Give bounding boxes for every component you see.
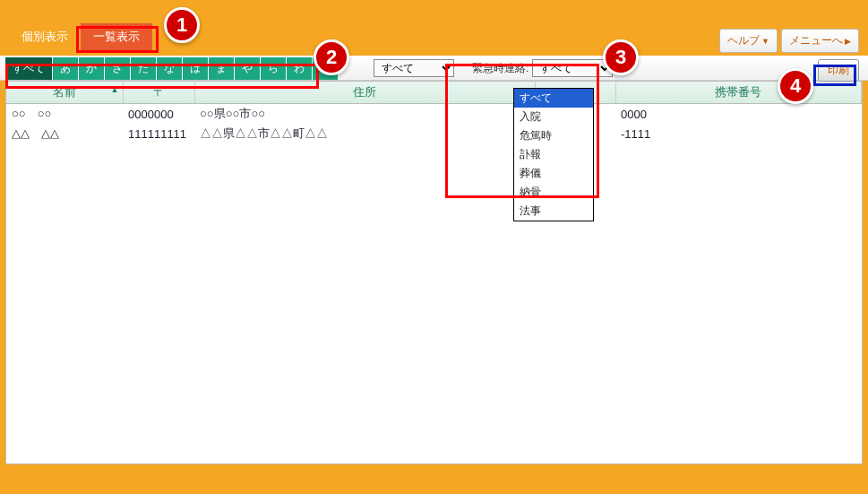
kana-tab-ya[interactable]: や [235,57,261,80]
cell-name: ○○ ○○ [6,104,123,125]
cell-postal: 0000000 [123,104,194,125]
kana-tab-sa[interactable]: さ [105,57,131,80]
menu-label: メニューへ [789,33,843,48]
kana-tab-a[interactable]: あ [53,57,79,80]
emergency-label: 緊急時連絡: [472,61,529,76]
marker-3: 3 [603,39,639,75]
cell-mobile: -1111 [615,124,862,143]
marker-4: 4 [778,68,813,104]
kana-tab-ma[interactable]: ま [209,57,235,80]
help-button[interactable]: ヘルプ ▼ [719,29,778,53]
col-mobile[interactable]: 携帯番号 [615,82,862,104]
table-row[interactable]: ○○ ○○ 0000000 ○○県○○市○○ 0000 [6,104,862,125]
column-headers: 名前 ▲ 〒 住所 携帯番号 [6,82,862,104]
dropdown-option[interactable]: 納骨 [514,183,593,202]
menu-button[interactable]: メニューへ ▶ [781,29,859,53]
marker-1: 1 [164,7,200,43]
chevron-right-icon: ▶ [845,37,851,46]
print-button[interactable]: 印刷 [818,59,859,82]
dropdown-option[interactable]: 葬儀 [514,164,593,183]
help-label: ヘルプ [727,33,760,48]
kana-tab-ra[interactable]: ら [261,57,287,80]
kana-tab-wa[interactable]: わ [287,57,313,80]
tab-list[interactable]: 一覧表示 [81,23,152,50]
emergency-dropdown-list: すべて 入院 危篤時 訃報 葬儀 納骨 法事 [513,88,594,221]
chevron-down-icon: ▼ [761,37,769,46]
marker-2: 2 [314,39,349,75]
cell-address: △△県△△市△△町△△ [194,124,535,143]
filter-strip: すべて あ か さ た な は ま や ら わ 他 すべて 緊急時連絡: すべて… [0,56,868,81]
kana-tab-na[interactable]: な [157,57,183,80]
cell-address: ○○県○○市○○ [194,104,535,125]
cell-mobile: 0000 [615,104,862,125]
footer-bar [0,467,868,494]
col-address[interactable]: 住所 [194,82,535,104]
sort-asc-icon: ▲ [111,85,119,94]
data-table: 名前 ▲ 〒 住所 携帯番号 ○○ ○○ 0000000 ○○県○○市○○ 00… [6,82,862,143]
dropdown-option[interactable]: 入院 [514,108,593,126]
tab-individual[interactable]: 個別表示 [9,23,81,50]
header-bar: 個別表示 一覧表示 ヘルプ ▼ メニューへ ▶ [0,0,868,56]
kana-tab-ha[interactable]: は [183,57,209,80]
kana-tab-ta[interactable]: た [131,57,157,80]
cell-name: △△ △△ [6,124,123,143]
filter1-dropdown[interactable]: すべて [374,59,454,77]
dropdown-option[interactable]: 訃報 [514,145,593,164]
dropdown-option[interactable]: すべて [514,89,593,108]
data-table-wrap: 名前 ▲ 〒 住所 携帯番号 ○○ ○○ 0000000 ○○県○○市○○ 00… [5,81,863,464]
header-buttons: ヘルプ ▼ メニューへ ▶ [719,29,859,53]
cell-postal: 111111111 [123,124,194,143]
dropdown-option[interactable]: 法事 [514,202,593,221]
col-name[interactable]: 名前 ▲ [6,82,123,104]
kana-tab-all[interactable]: すべて [5,57,53,80]
emergency-dropdown[interactable]: すべて [532,59,613,77]
col-postal[interactable]: 〒 [123,82,194,104]
dropdown-option[interactable]: 危篤時 [514,126,593,145]
col-name-label: 名前 [53,85,76,99]
kana-tabs: すべて あ か さ た な は ま や ら わ 他 [5,57,338,80]
table-row[interactable]: △△ △△ 111111111 △△県△△市△△町△△ -1111 [6,124,862,143]
kana-tab-ka[interactable]: か [79,57,105,80]
